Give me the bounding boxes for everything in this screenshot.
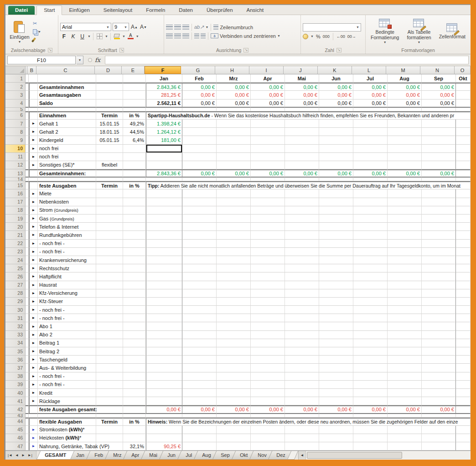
cell-N26[interactable] <box>422 272 456 281</box>
cell-E23[interactable] <box>123 248 146 256</box>
cell-M38[interactable] <box>388 372 422 381</box>
row-header-31[interactable]: 31 <box>5 314 26 322</box>
cell-L2[interactable]: 0,00 € <box>353 83 388 91</box>
cell-E29[interactable] <box>123 298 146 306</box>
cell-O9[interactable] <box>456 136 471 144</box>
cell-I11[interactable] <box>251 153 285 161</box>
cell-D19[interactable] <box>96 215 123 223</box>
cell-I41[interactable] <box>251 397 285 405</box>
cell-G36[interactable] <box>182 356 217 364</box>
cell-L7[interactable] <box>353 120 388 128</box>
cell-A11[interactable] <box>26 153 29 161</box>
cell-C24[interactable]: Krankenversicherung <box>38 256 96 264</box>
cell-F3[interactable]: 281,25 € <box>146 91 182 99</box>
cell-A42[interactable] <box>26 405 29 414</box>
cell-G29[interactable] <box>182 298 217 306</box>
row-header-41[interactable]: 41 <box>5 397 26 405</box>
cell-D30[interactable] <box>96 306 123 314</box>
cell-I27[interactable] <box>251 281 285 289</box>
cell-H2[interactable]: 0,00 € <box>217 83 251 91</box>
cell-J10[interactable] <box>285 145 319 153</box>
row-header-35[interactable]: 35 <box>5 347 26 356</box>
row-header-18[interactable]: 18 <box>5 206 26 215</box>
cell-J17[interactable] <box>285 198 319 206</box>
row-header-6[interactable]: 6 <box>5 111 26 120</box>
cell-G25[interactable] <box>182 264 217 272</box>
decrease-decimal-button[interactable]: 00→ <box>347 34 356 39</box>
cell-A47[interactable] <box>26 442 29 450</box>
cell-M35[interactable] <box>388 347 422 356</box>
cell-D3[interactable] <box>96 91 123 99</box>
cell-J11[interactable] <box>285 153 319 161</box>
row-header-3[interactable]: 3 <box>5 91 26 99</box>
cell-O36[interactable] <box>456 356 471 364</box>
row-header-24[interactable]: 24 <box>5 256 26 264</box>
cell-M34[interactable] <box>388 339 422 347</box>
cell-B12[interactable]: ► <box>29 161 38 169</box>
cell-G31[interactable] <box>182 314 217 322</box>
cell-I14[interactable] <box>251 178 285 181</box>
cell-B11[interactable]: ► <box>29 153 38 161</box>
cell-M47[interactable] <box>388 442 422 450</box>
cell-G11[interactable] <box>182 153 217 161</box>
cell-H16[interactable] <box>217 189 251 198</box>
cell-J14[interactable] <box>285 178 319 181</box>
cell-D46[interactable] <box>96 434 123 442</box>
row-header-44[interactable]: 44 <box>5 418 26 426</box>
cell-F16[interactable] <box>146 189 182 198</box>
cell-B16[interactable]: ► <box>29 189 38 198</box>
cell-H36[interactable] <box>217 356 251 364</box>
cell-C32[interactable]: Abo 1 <box>38 322 96 330</box>
cell-O19[interactable] <box>456 215 471 223</box>
cell-A29[interactable] <box>26 298 29 306</box>
cell-D20[interactable] <box>96 223 123 231</box>
row-header-13[interactable]: 13 <box>5 169 26 178</box>
cell-E47[interactable]: 32,1% <box>123 442 146 450</box>
cell-D23[interactable] <box>96 248 123 256</box>
cell-C2[interactable]: Gesamteinnahmen <box>38 83 96 91</box>
cell-M46[interactable] <box>388 434 422 442</box>
cell-I29[interactable] <box>251 298 285 306</box>
cell-E5[interactable] <box>123 108 146 111</box>
tab-daten[interactable]: Daten <box>172 6 200 15</box>
cell-G16[interactable] <box>182 189 217 198</box>
cell-I46[interactable] <box>251 434 285 442</box>
cell-B35[interactable]: ► <box>29 347 38 356</box>
cell-A19[interactable] <box>26 215 29 223</box>
cell-I4[interactable]: 0,00 € <box>251 99 285 108</box>
select-all-corner[interactable] <box>5 66 26 74</box>
underline-button[interactable]: U <box>78 32 86 40</box>
cell-D26[interactable] <box>96 272 123 281</box>
cell-M40[interactable] <box>388 389 422 397</box>
row-header-4[interactable]: 4 <box>5 99 26 108</box>
cell-N7[interactable] <box>422 120 456 128</box>
cell-H5[interactable] <box>217 108 251 111</box>
column-header-F[interactable]: F <box>145 66 181 74</box>
cell-H31[interactable] <box>217 314 251 322</box>
cell-J35[interactable] <box>285 347 319 356</box>
cell-D11[interactable] <box>96 153 123 161</box>
cell-D9[interactable]: 05.01.15 <box>96 136 123 144</box>
cell-K45[interactable] <box>319 426 353 434</box>
cell-F1[interactable]: Jan <box>146 74 182 83</box>
formula-input[interactable] <box>105 56 469 64</box>
paste-button[interactable]: Einfügen ▼ <box>7 20 32 43</box>
cell-G21[interactable] <box>182 231 217 239</box>
cell-D12[interactable]: flexibel <box>96 161 123 169</box>
cell-B40[interactable]: ► <box>29 389 38 397</box>
cell-B43[interactable] <box>29 414 38 418</box>
cell-L40[interactable] <box>353 389 388 397</box>
cell-O37[interactable] <box>456 364 471 372</box>
cell-F23[interactable] <box>146 248 182 256</box>
cell-C26[interactable]: Haftpflicht <box>38 272 96 281</box>
cell-O45[interactable] <box>456 426 471 434</box>
cell-I24[interactable] <box>251 256 285 264</box>
cell-E18[interactable] <box>123 206 146 215</box>
row-header-19[interactable]: 19 <box>5 215 26 223</box>
cell-A28[interactable] <box>26 289 29 298</box>
cell-G27[interactable] <box>182 281 217 289</box>
cell-O16[interactable] <box>456 189 471 198</box>
cell-K10[interactable] <box>319 145 353 153</box>
cell-E14[interactable] <box>123 178 146 181</box>
cell-H9[interactable] <box>217 136 251 144</box>
